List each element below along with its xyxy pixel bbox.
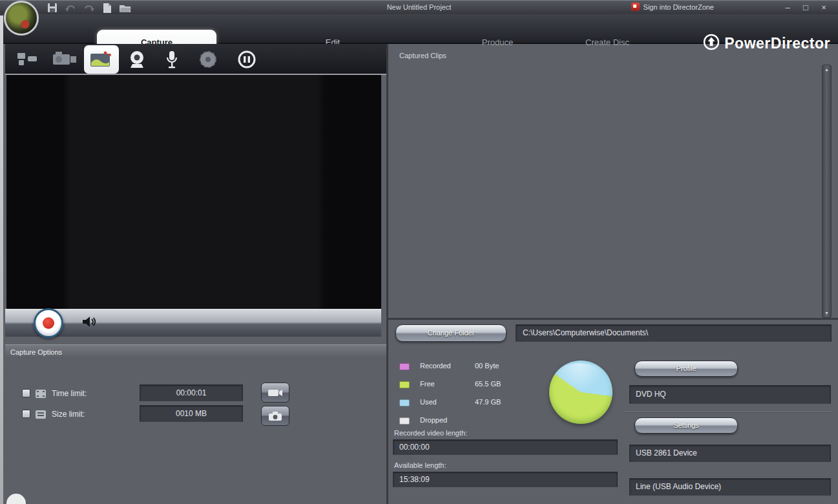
hdv-camcorder-icon[interactable]: [50, 48, 79, 71]
maximize-button[interactable]: □: [801, 1, 811, 14]
snapshot-photo-button[interactable]: [261, 406, 289, 426]
microphone-icon[interactable]: [158, 48, 186, 71]
powerdirector-window: New Untitled Project Sign into DirectorZ…: [0, 0, 838, 504]
free-swatch: [399, 381, 410, 388]
clips-area-divider: [388, 318, 838, 320]
window-controls: – □ ×: [782, 1, 829, 14]
tab-produce[interactable]: Produce: [459, 30, 536, 58]
dv-camcorder-icon[interactable]: [14, 48, 42, 71]
window-left-border: [0, 16, 3, 504]
settings-divider: [623, 412, 833, 412]
capture-source-bar: [5, 44, 386, 75]
recorded-length-field: 00:00:00: [393, 439, 618, 455]
powerdirector-logo-icon: [703, 34, 720, 53]
size-limit-checkbox[interactable]: [22, 410, 30, 418]
speaker-icon[interactable]: [81, 315, 96, 331]
panel-divider: [386, 44, 388, 504]
close-button[interactable]: ×: [819, 1, 829, 14]
open-project-icon[interactable]: [119, 3, 131, 14]
portable-device-icon[interactable]: [233, 48, 261, 71]
free-size: 65.5 GB: [475, 380, 501, 388]
profile-button[interactable]: Profile: [634, 361, 738, 377]
webcam-icon[interactable]: [123, 48, 151, 71]
available-length-field: 15:38:09: [393, 472, 618, 487]
record-button[interactable]: [34, 308, 63, 338]
record-icon: [43, 317, 54, 329]
capture-device-field[interactable]: USB 2861 Device: [629, 445, 831, 462]
recorded-size: 00 Byte: [475, 362, 499, 370]
time-limit-icon: [36, 389, 46, 397]
new-project-icon[interactable]: [101, 3, 113, 14]
optical-disc-icon[interactable]: [194, 48, 222, 71]
used-swatch: [399, 399, 410, 406]
app-logo[interactable]: [4, 1, 39, 36]
used-label: Used: [420, 398, 437, 406]
audio-device-field[interactable]: Line (USB Audio Device): [629, 478, 831, 496]
profile-value-field[interactable]: DVD HQ: [629, 385, 831, 404]
dropped-label: Dropped: [420, 416, 447, 424]
change-folder-button[interactable]: Change Folder: [395, 324, 507, 342]
capture-preview: [6, 75, 381, 309]
title-bar: New Untitled Project Sign into DirectorZ…: [0, 0, 838, 14]
recorded-swatch: [399, 363, 410, 370]
used-size: 47.9 GB: [475, 398, 501, 406]
capture-options-header: Capture Options: [5, 344, 386, 359]
capture-folder-path[interactable]: C:\Users\Computerwise\Documents\: [516, 324, 832, 342]
save-icon[interactable]: [47, 3, 59, 14]
powerdirector-logo: PowerDirector: [703, 34, 830, 53]
directorzone-icon: [631, 3, 640, 11]
clips-scrollbar[interactable]: ▲ ▼: [822, 65, 832, 318]
tab-create-disc[interactable]: Create Disc: [562, 30, 653, 58]
recorded-label: Recorded: [420, 362, 451, 370]
disk-pie-chart: [549, 361, 613, 424]
powerdirector-logo-text: PowerDirector: [724, 35, 830, 52]
scroll-up-icon[interactable]: ▲: [822, 67, 831, 72]
recorded-length-label: Recorded video length:: [394, 429, 467, 437]
dropped-swatch: [399, 417, 410, 425]
snapshot-video-button[interactable]: [261, 383, 289, 403]
time-limit-label: Time limit:: [52, 389, 87, 398]
minimize-button[interactable]: –: [782, 1, 793, 14]
captured-clips-title: Captured Clips: [399, 52, 446, 59]
undo-icon[interactable]: [65, 3, 77, 14]
time-limit-checkbox[interactable]: [22, 389, 30, 397]
scroll-down-icon[interactable]: ▼: [822, 311, 831, 315]
time-limit-input[interactable]: 00:00:01: [140, 384, 243, 401]
window-title: New Untitled Project: [387, 3, 452, 11]
settings-button[interactable]: Settings: [634, 417, 738, 434]
directorzone-signin[interactable]: Sign into DirectorZone: [631, 3, 714, 11]
mode-tab-bar: Capture Edit Produce Create Disc PowerDi…: [0, 14, 838, 44]
redo-icon[interactable]: [83, 3, 95, 14]
tv-signal-icon[interactable]: [87, 48, 116, 71]
help-icon[interactable]: [6, 494, 26, 504]
available-length-label: Available length:: [394, 461, 446, 469]
signin-label: Sign into DirectorZone: [644, 3, 714, 11]
size-limit-input[interactable]: 0010 MB: [140, 405, 243, 422]
size-limit-label: Size limit:: [52, 410, 85, 419]
free-label: Free: [420, 380, 435, 388]
size-limit-icon: [36, 410, 46, 418]
